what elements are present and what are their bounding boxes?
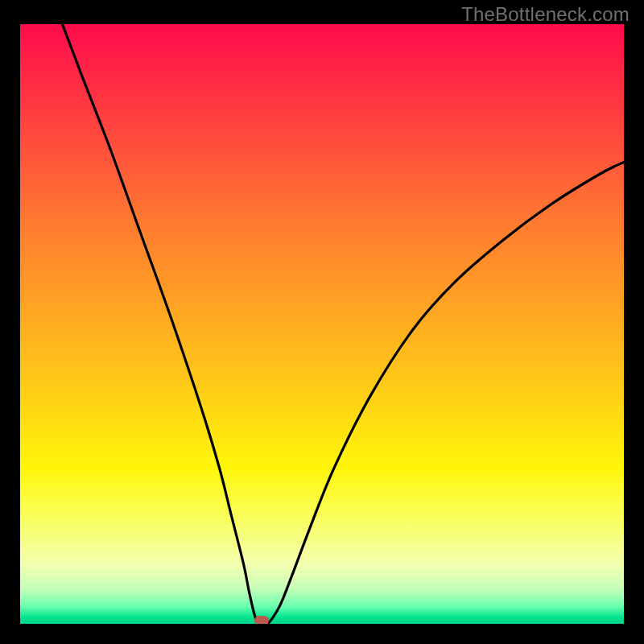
chart-frame: TheBottleneck.com <box>0 0 644 644</box>
watermark-text: TheBottleneck.com <box>461 3 630 26</box>
plot-area <box>20 24 624 624</box>
optimal-point-marker <box>254 616 269 624</box>
curve-path <box>63 24 625 624</box>
bottleneck-curve <box>20 24 624 624</box>
